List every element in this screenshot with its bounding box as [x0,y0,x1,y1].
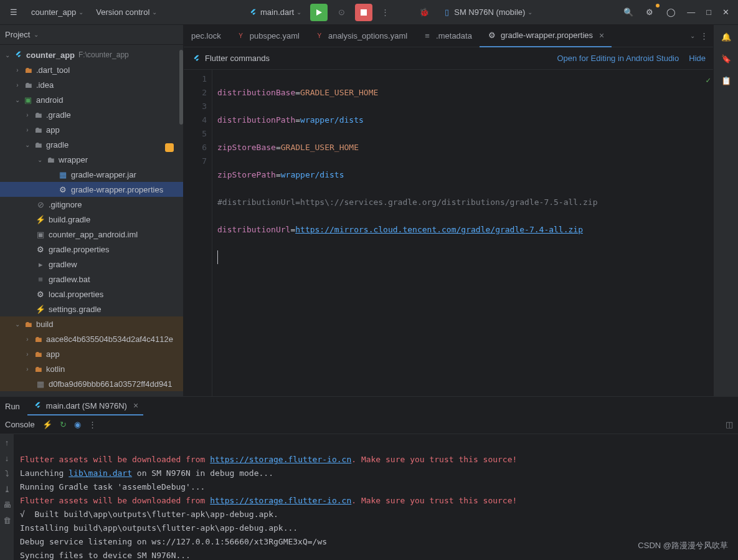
tree-item[interactable]: ›🖿app [0,122,183,137]
flutter-icon [248,7,258,17]
tree-item[interactable]: ⌄🖿build [0,316,183,331]
settings-button[interactable]: ⚙ [641,5,658,20]
tree-item[interactable]: ⚙local.properties [0,287,183,301]
run-tab[interactable]: main.dart (SM N976N) × [27,397,143,415]
tree-item[interactable]: ▦d0fba9d69bbb661a03572ff4dd941 [0,376,183,391]
account-button[interactable]: ◯ [662,5,679,20]
chevron-down-icon: ⌄ [152,9,157,16]
tab[interactable]: Ypubspec.yaml [229,25,307,47]
project-selector[interactable]: counter_app ⌄ [27,5,87,19]
lightning-icon[interactable]: ⚡ [42,420,52,429]
scrollbar-thumb[interactable] [179,50,183,125]
chevron-down-icon: ⌄ [296,9,301,16]
tree-item[interactable]: ▦gradle-wrapper.jar [0,167,183,182]
tree-item[interactable]: ⌄🖿gradle [0,137,183,152]
tab-active[interactable]: ⚙gradle-wrapper.properties× [480,25,612,47]
tree-root[interactable]: ⌄ counter_app F:\counter_app [0,47,183,62]
scroll-icon[interactable]: ⤓ [4,485,11,494]
bell-icon: 🔔 [721,32,731,42]
folder-icon: 🖿 [32,333,44,344]
bookmark-button[interactable]: 🔖 [717,52,735,66]
tree-item-selected[interactable]: ⚙gradle-wrapper.properties [0,182,183,197]
sidebar-header[interactable]: Project ⌄ [0,25,183,45]
device-selector[interactable]: ▯ SM N976N (mobile) ⌄ [438,5,536,20]
layout-icon[interactable]: ◫ [726,420,733,429]
tab[interactable]: pec.lock [184,25,229,47]
more-icon[interactable]: ⋮ [88,420,97,429]
tree-item[interactable]: ⚡build.gradle [0,212,183,227]
tree-item[interactable]: ›🖿.idea [0,77,183,92]
tree-item[interactable]: ▣counter_app_android.iml [0,227,183,242]
jar-icon: ▦ [57,169,69,180]
reload-icon[interactable]: ↻ [60,420,67,429]
run-config-selector[interactable]: main.dart ⌄ [244,5,305,20]
folder-icon: 🖿 [32,109,44,120]
tree-item[interactable]: ›🖿.gradle [0,107,183,122]
folder-icon: 🖿 [32,348,44,359]
tree-item[interactable]: ⚙gradle.properties [0,242,183,257]
close-tab-icon[interactable]: × [599,31,604,40]
flutter-icon [32,401,42,411]
chevron-down-icon: ⌄ [34,31,39,38]
tree-item[interactable]: ›🖿app [0,346,183,361]
tree-item[interactable]: ⌄🖿wrapper [0,152,183,167]
tree-item[interactable]: ›🖿.dart_tool [0,62,183,77]
code-editor[interactable]: 1234567 distributionBase=GRADLE_USER_HOM… [184,70,713,396]
tree-item[interactable]: ⊘.gitignore [0,197,183,212]
more-tabs[interactable]: ⋮ [700,31,708,40]
close-icon: ✕ [722,7,729,17]
line-gutter: 1234567 [184,70,212,396]
trash-icon[interactable]: 🗑 [3,516,11,525]
yaml-icon: Y [315,31,324,41]
tree-item[interactable]: ⌄▣android [0,92,183,107]
yaml-icon: Y [236,31,246,41]
search-button[interactable]: 🔍 [620,5,637,20]
phone-icon: ▯ [442,7,452,17]
project-sidebar: Project ⌄ ⌄ counter_app F:\counter_app ›… [0,25,184,396]
menu-button[interactable]: ☰ [5,5,22,20]
svg-rect-0 [361,9,367,16]
attach-debugger[interactable]: 🐞 [415,5,433,20]
notifications-button[interactable]: 🔔 [717,30,735,44]
bookmark-icon: 🔖 [721,54,731,64]
tree-item[interactable]: ▸gradlew [0,257,183,272]
tab[interactable]: ≡.metadata [415,25,480,47]
down-icon[interactable]: ↓ [5,453,9,463]
minimize-button[interactable]: — [683,5,699,19]
clipboard-button[interactable]: 📋 [717,74,735,88]
folder-icon: 🖿 [32,124,44,135]
version-control-menu[interactable]: Version control ⌄ [92,5,161,19]
chevron-down-icon[interactable]: ⌄ [690,32,695,39]
console-toolbar: Console ⚡ ↻ ◉ ⋮ ◫ [0,415,738,434]
debug-button[interactable]: ⊙ [333,5,350,20]
wrap-icon[interactable]: ⤵ [5,469,9,478]
minimize-icon: — [687,7,695,17]
editor-tabs: pec.lock Ypubspec.yaml Yanalysis_options… [184,25,713,47]
console-output[interactable]: Flutter assets will be downloaded from h… [14,434,738,560]
open-android-studio-link[interactable]: Open for Editing in Android Studio [557,54,679,63]
maximize-button[interactable]: □ [703,5,715,19]
bulb-icon[interactable] [165,143,174,152]
code-content[interactable]: distributionBase=GRADLE_USER_HOME distri… [212,70,713,396]
maximize-icon: □ [706,7,711,17]
folder-icon: 🖿 [45,154,56,165]
tree-item[interactable]: ⚡settings.gradle [0,301,183,316]
more-actions[interactable]: ⋮ [377,5,393,19]
right-tool-rail: 🔔 🔖 📋 [713,25,738,396]
devtools-icon[interactable]: ◉ [74,420,81,429]
run-button[interactable] [310,4,328,21]
up-icon[interactable]: ↑ [5,438,9,447]
close-icon[interactable]: × [133,401,138,411]
project-tree[interactable]: ⌄ counter_app F:\counter_app ›🖿.dart_too… [0,45,183,396]
tree-item[interactable]: ≡gradlew.bat [0,272,183,287]
main-toolbar: ☰ counter_app ⌄ Version control ⌄ main.d… [0,0,738,25]
run-header: Run main.dart (SM N976N) × [0,397,738,415]
tree-item[interactable]: ›🖿kotlin [0,361,183,376]
stop-button[interactable] [355,4,372,21]
hide-link[interactable]: Hide [689,54,706,63]
console-label: Console [5,420,35,429]
tab[interactable]: Yanalysis_options.yaml [307,25,415,47]
print-icon[interactable]: 🖶 [3,500,11,510]
close-button[interactable]: ✕ [719,5,733,19]
tree-item[interactable]: ›🖿aace8c4b635504b534d2af4c4112e [0,331,183,346]
